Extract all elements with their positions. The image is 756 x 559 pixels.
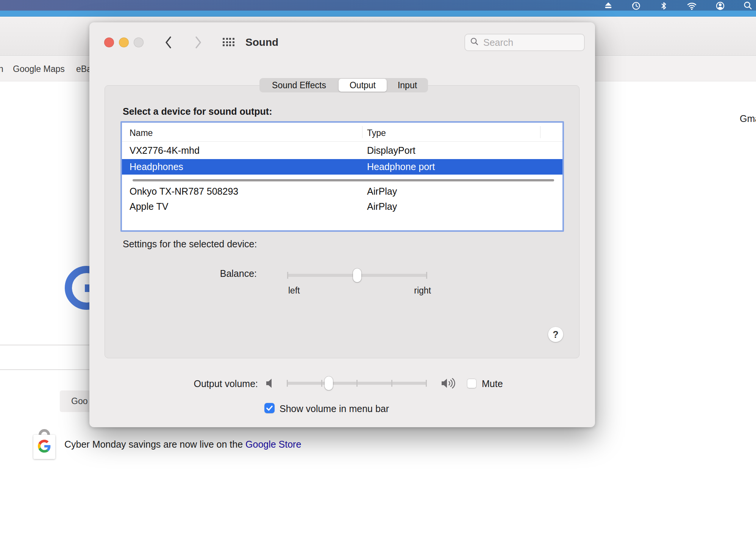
tab-bar: Sound Effects Output Input [259, 78, 428, 92]
device-type: Headphone port [364, 161, 435, 172]
output-panel: Select a device for sound output: Name T… [105, 85, 579, 358]
table-row[interactable]: VX2776-4K-mhd DisplayPort [122, 142, 562, 159]
sound-preferences-window: Sound Sound Effects Output Input Select … [89, 22, 595, 427]
tab-output[interactable]: Output [339, 79, 387, 92]
google-g-icon [38, 440, 51, 454]
browser-theme-strip [0, 11, 756, 17]
device-name: Onkyo TX-NR787 508293 [122, 186, 364, 197]
zoom-button [134, 37, 144, 47]
tab-input[interactable]: Input [387, 78, 428, 92]
device-group-separator [133, 179, 554, 181]
wifi-icon[interactable] [686, 1, 697, 11]
mute-checkbox[interactable] [467, 379, 476, 388]
google-searchbox-edge [0, 369, 91, 370]
minimize-button[interactable] [119, 37, 129, 47]
slider-tick [356, 380, 358, 387]
search-field[interactable] [464, 34, 585, 51]
speaker-low-icon [264, 377, 276, 391]
table-row[interactable]: Onkyo TX-NR787 508293 AirPlay [122, 184, 562, 199]
settings-heading: Settings for the selected device: [123, 239, 257, 250]
balance-left-label: left [288, 286, 300, 296]
bluetooth-icon[interactable] [659, 1, 669, 11]
balance-slider-knob[interactable] [353, 269, 361, 282]
speaker-high-icon [440, 375, 459, 393]
search-icon[interactable] [743, 1, 753, 11]
slider-tick [391, 380, 392, 387]
output-volume-knob[interactable] [325, 376, 333, 390]
google-store-link[interactable]: Google Store [245, 439, 301, 450]
google-store-icon [33, 429, 55, 459]
promo-text: Cyber Monday savings are now live on the… [64, 439, 301, 450]
slider-tick [287, 380, 288, 387]
column-divider[interactable] [540, 126, 540, 138]
show-volume-label: Show volume in menu bar [280, 403, 389, 414]
tab-sound-effects[interactable]: Sound Effects [259, 78, 339, 92]
window-title: Sound [245, 36, 278, 48]
column-header-type[interactable]: Type [367, 128, 386, 138]
table-row[interactable]: Headphones Headphone port [122, 159, 562, 175]
close-button[interactable] [104, 37, 114, 47]
search-input[interactable] [483, 37, 579, 48]
device-name: Headphones [122, 161, 364, 172]
column-divider[interactable] [362, 126, 362, 138]
show-all-icon[interactable] [223, 38, 234, 46]
eject-icon[interactable] [603, 1, 613, 11]
output-volume-slider[interactable] [287, 382, 427, 385]
bag-body [33, 435, 55, 459]
promo-prefix: Cyber Monday savings are now live on the [64, 439, 245, 450]
slider-tick [426, 272, 427, 279]
device-name: VX2776-4K-mhd [122, 145, 364, 156]
window-controls [104, 37, 144, 47]
google-searchbox-edge [0, 345, 91, 345]
balance-right-label: right [393, 286, 431, 296]
mute-label: Mute [482, 378, 503, 389]
bookmark-item[interactable]: Google Maps [13, 56, 65, 81]
gmail-link[interactable]: Gma [740, 113, 756, 124]
table-row[interactable]: Apple TV AirPlay [122, 199, 562, 214]
device-table[interactable]: Name Type VX2776-4K-mhd DisplayPort Head… [120, 121, 564, 232]
balance-slider[interactable] [287, 274, 427, 277]
output-volume-label: Output volume: [182, 378, 258, 389]
time-machine-icon[interactable] [631, 1, 641, 11]
device-type: AirPlay [364, 186, 397, 197]
screen: n Google Maps eBa Gma Goo Cyber Monday s… [0, 0, 756, 559]
table-header: Name Type [122, 123, 562, 142]
balance-label: Balance: [181, 268, 257, 279]
account-icon[interactable] [715, 1, 725, 11]
device-name: Apple TV [122, 201, 364, 212]
bookmark-item[interactable]: n [0, 56, 3, 81]
help-button[interactable]: ? [548, 327, 563, 342]
device-type: AirPlay [364, 201, 397, 212]
device-table-heading: Select a device for sound output: [123, 106, 272, 117]
menu-bar [0, 0, 756, 11]
slider-tick [321, 380, 322, 387]
search-icon [470, 37, 480, 48]
slider-tick [426, 380, 427, 387]
forward-button[interactable] [194, 36, 202, 50]
device-type: DisplayPort [364, 145, 415, 156]
column-header-name[interactable]: Name [130, 128, 153, 138]
back-button[interactable] [164, 36, 173, 50]
show-volume-checkbox[interactable] [264, 403, 275, 413]
slider-tick [287, 272, 288, 279]
